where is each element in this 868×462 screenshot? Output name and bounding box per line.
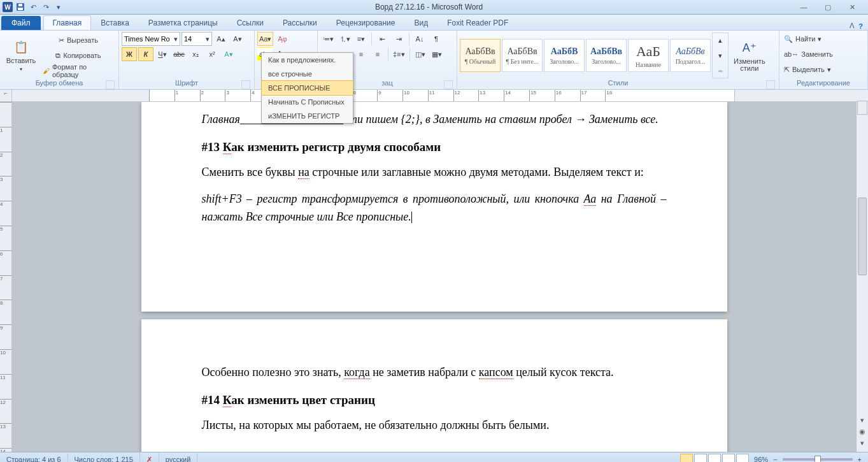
minimize-button[interactable]: — — [794, 1, 813, 13]
doc-paragraph[interactable]: shift+F3 – регистр трансформируется в пр… — [202, 191, 667, 226]
styles-more-down[interactable]: ▾ — [713, 48, 728, 62]
show-marks-button[interactable]: ¶ — [429, 32, 444, 46]
sort-button[interactable]: A↓ — [412, 32, 427, 46]
decrease-indent-button[interactable]: ⇤ — [374, 32, 390, 46]
view-web-layout[interactable] — [708, 454, 721, 462]
copy-button[interactable]: ⧉Копировать — [41, 48, 116, 62]
tab-home[interactable]: Главная — [43, 15, 92, 30]
document-page-5[interactable]: Особенно полезно это знать, когда не зам… — [141, 319, 727, 452]
status-language[interactable]: русский — [159, 452, 197, 462]
bold-button[interactable]: Ж — [122, 47, 137, 61]
view-outline[interactable] — [722, 454, 735, 462]
document-page-4[interactable]: Главная__________________йти пишем {2;},… — [141, 102, 727, 312]
qat-undo-icon[interactable]: ↶ — [28, 2, 38, 12]
tab-layout[interactable]: Разметка страницы — [139, 15, 227, 30]
strikethrough-button[interactable]: abc — [171, 47, 187, 61]
case-sentence[interactable]: Как в предложениях. — [262, 53, 353, 67]
styles-gallery[interactable]: АаБбВв¶ Обычный АаБбВв¶ Без инте... АаБб… — [460, 32, 729, 78]
multilevel-button[interactable]: ≡▾ — [353, 32, 369, 46]
font-dialog-launcher[interactable] — [241, 80, 250, 89]
doc-heading-14[interactable]: #14 Как изменить цвет страниц — [202, 391, 667, 409]
status-proofing[interactable]: ✗ — [140, 452, 159, 462]
doc-paragraph[interactable]: Особенно полезно это знать, когда не зам… — [202, 364, 667, 382]
case-uppercase[interactable]: ВСЕ ПРОПИСНЫЕ — [261, 80, 353, 96]
shrink-font-button[interactable]: A▾ — [230, 32, 245, 46]
help-icon[interactable]: ? — [858, 22, 863, 30]
ribbon-minimize-icon[interactable]: ᐱ — [850, 22, 855, 30]
zoom-in-button[interactable]: + — [858, 456, 862, 462]
scrollbar-thumb[interactable] — [858, 198, 867, 275]
style-no-spacing[interactable]: АаБбВв¶ Без инте... — [502, 39, 543, 72]
qat-redo-icon[interactable]: ↷ — [41, 2, 51, 12]
doc-heading-13[interactable]: #13 Как изменить регистр двумя способами — [202, 138, 667, 156]
style-heading2[interactable]: АаБбВвЗаголово... — [586, 39, 627, 72]
tab-file[interactable]: Файл — [1, 16, 41, 30]
qat-save-icon[interactable] — [15, 2, 25, 12]
word-app-icon[interactable]: W — [3, 2, 13, 12]
styles-more-up[interactable]: ▴ — [713, 33, 728, 47]
paste-button[interactable]: 📋 Вставить▾ — [3, 37, 39, 74]
status-zoom-level[interactable]: 96% — [754, 456, 768, 462]
view-full-screen[interactable] — [694, 454, 707, 462]
bullets-button[interactable]: ≔▾ — [320, 32, 336, 46]
cut-button[interactable]: ✂Вырезать — [41, 33, 116, 47]
change-case-button[interactable]: Aa▾ — [257, 32, 273, 46]
shading-button[interactable]: ◫▾ — [413, 47, 428, 61]
superscript-button[interactable]: x² — [204, 47, 220, 61]
font-name-combo[interactable]: ▾ — [122, 32, 180, 46]
find-button[interactable]: 🔍Найти▾ — [782, 32, 823, 46]
style-title[interactable]: АаБНазвание — [628, 39, 669, 72]
italic-button[interactable]: К — [138, 47, 153, 61]
qat-customize-icon[interactable]: ▾ — [53, 2, 64, 12]
clear-formatting-button[interactable]: Ąφ — [274, 32, 290, 46]
clipboard-dialog-launcher[interactable] — [106, 80, 115, 89]
case-toggle[interactable]: иЗМЕНИТЬ РЕГИСТР — [262, 109, 353, 123]
tab-references[interactable]: Ссылки — [227, 15, 273, 30]
borders-button[interactable]: ▦▾ — [429, 47, 445, 61]
doc-paragraph[interactable]: Сменить все буквы на строчные или заглав… — [202, 164, 667, 182]
view-draft[interactable] — [736, 454, 749, 462]
style-heading1[interactable]: АаБбВЗаголово... — [544, 39, 585, 72]
text-effects-button[interactable]: A▾ — [221, 47, 236, 61]
subscript-button[interactable]: x₂ — [188, 47, 203, 61]
next-page-icon[interactable]: ▾ — [857, 439, 868, 449]
tab-insert[interactable]: Вставка — [91, 15, 139, 30]
grow-font-button[interactable]: A▴ — [213, 32, 229, 46]
numbering-button[interactable]: ⒈▾ — [337, 32, 352, 46]
horizontal-ruler[interactable]: 123456789101112131415161718 — [12, 90, 868, 102]
scroll-down-icon[interactable]: ▾ — [857, 416, 868, 426]
status-word-count[interactable]: Число слов: 1 215 — [68, 452, 140, 462]
select-button[interactable]: ⇱Выделить▾ — [782, 62, 833, 76]
maximize-button[interactable]: ▢ — [818, 1, 837, 13]
tab-selector[interactable]: ⌐ — [0, 90, 12, 102]
vertical-ruler[interactable]: 1234567891011121314 — [0, 102, 12, 452]
vertical-scrollbar[interactable]: ▴ ▾ ◉ ▾ — [856, 102, 868, 452]
prev-page-icon[interactable]: ◉ — [857, 428, 868, 438]
styles-dialog-launcher[interactable] — [766, 80, 775, 89]
justify-button[interactable]: ≡ — [370, 47, 385, 61]
tab-view[interactable]: Вид — [404, 15, 438, 30]
zoom-out-button[interactable]: − — [773, 456, 777, 462]
case-capitalize[interactable]: Начинать С Прописных — [262, 95, 353, 109]
zoom-slider[interactable] — [783, 458, 853, 461]
change-styles-button[interactable]: A⁺ Изменить стили — [730, 38, 769, 73]
paragraph-dialog-launcher[interactable] — [444, 80, 453, 89]
style-subtitle[interactable]: АаБбВвПодзагол... — [670, 39, 711, 72]
doc-paragraph[interactable]: Листы, на которых мы работаем, не обязат… — [202, 417, 667, 435]
document-canvas[interactable]: Главная__________________йти пишем {2;},… — [12, 102, 856, 452]
font-size-combo[interactable]: ▾ — [181, 32, 212, 46]
tab-review[interactable]: Рецензирование — [327, 15, 405, 30]
underline-button[interactable]: Ч▾ — [155, 47, 170, 61]
format-painter-button[interactable]: 🖌Формат по образцу — [41, 64, 116, 78]
style-normal[interactable]: АаБбВв¶ Обычный — [460, 39, 501, 72]
increase-indent-button[interactable]: ⇥ — [391, 32, 406, 46]
styles-more-button[interactable]: ⎓ — [713, 64, 728, 78]
case-lowercase[interactable]: все строчные — [262, 67, 353, 81]
close-button[interactable]: ✕ — [843, 1, 862, 13]
line-spacing-button[interactable]: ‡≡▾ — [391, 47, 407, 61]
tab-mailings[interactable]: Рассылки — [273, 15, 327, 30]
align-right-button[interactable]: ≡ — [353, 47, 369, 61]
replace-button[interactable]: ab↔Заменить — [782, 47, 835, 61]
status-page[interactable]: Страница: 4 из 6 — [0, 452, 68, 462]
ruler-toggle-icon[interactable] — [857, 101, 867, 115]
